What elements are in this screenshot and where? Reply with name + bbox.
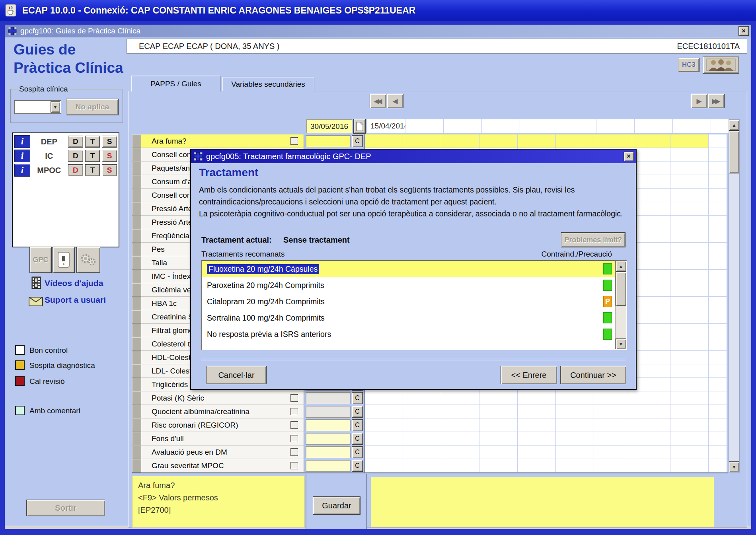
value-field[interactable] (306, 419, 351, 431)
guide-t-button[interactable]: T (85, 164, 100, 176)
new-record-button[interactable] (353, 119, 366, 134)
treatment-row[interactable]: Fluoxetina 20 mg/24h Càpsules (202, 261, 626, 277)
comment-button[interactable]: C (352, 392, 363, 404)
row-checkbox[interactable] (290, 462, 298, 469)
value-field[interactable] (306, 446, 351, 458)
comment-button[interactable]: C (352, 406, 363, 418)
continue-button[interactable]: Continuar >> (560, 366, 626, 384)
row-header-cell[interactable] (132, 459, 141, 473)
info-button[interactable]: i (14, 135, 30, 148)
row-header-cell[interactable] (132, 202, 141, 216)
sortir-button[interactable]: Sortir (26, 500, 105, 516)
no-aplica-button[interactable]: No aplica (66, 99, 119, 115)
guide-t-button[interactable]: T (85, 150, 100, 162)
row-header-cell[interactable] (132, 432, 141, 446)
scroll-down-icon[interactable]: ▼ (616, 339, 626, 349)
value-field[interactable] (306, 135, 351, 147)
row-header-cell[interactable] (132, 446, 141, 459)
chevron-down-icon[interactable]: ▼ (51, 101, 60, 113)
row-checkbox[interactable] (290, 421, 298, 429)
guide-d-button[interactable]: D (68, 164, 83, 176)
dialog-title-bar[interactable]: gpcfg005: Tractament farmacològic GPC- D… (191, 150, 636, 163)
row-label-cell[interactable]: Risc coronari (REGICOR) (141, 418, 304, 432)
scroll-up-icon[interactable]: ▲ (729, 120, 739, 130)
info-button[interactable]: i (14, 150, 30, 162)
row-header-cell[interactable] (132, 229, 141, 243)
row-checkbox[interactable] (290, 394, 298, 402)
row-header-cell[interactable] (132, 134, 141, 148)
row-header-cell[interactable] (132, 324, 141, 337)
value-field[interactable] (306, 392, 351, 404)
value-field[interactable] (306, 406, 351, 418)
window-close-button[interactable]: × (738, 26, 749, 36)
guide-s-button[interactable]: S (102, 150, 117, 162)
problemes-limit-button[interactable]: Problemes límit? (561, 232, 625, 247)
row-checkbox[interactable] (290, 137, 298, 145)
sospita-clinica-select[interactable]: ▼ (14, 100, 61, 114)
guide-d-button[interactable]: D (68, 150, 83, 162)
row-header-cell[interactable] (132, 189, 141, 202)
dialog-close-button[interactable]: × (624, 152, 634, 161)
suport-usuari-link[interactable]: Suport a usuari (45, 295, 106, 305)
row-checkbox[interactable] (290, 448, 298, 456)
guide-t-button[interactable]: T (85, 136, 100, 148)
guide-s-button[interactable]: S (102, 136, 117, 148)
row-header-cell[interactable] (132, 297, 141, 310)
row-header-cell[interactable] (132, 270, 141, 283)
current-date-cell[interactable]: 30/05/2016 (306, 119, 352, 133)
value-field[interactable] (306, 433, 351, 445)
hc3-button[interactable]: HC3 (678, 58, 699, 72)
treatment-row[interactable]: Sertralina 100 mg/24h Comprimits (202, 310, 626, 326)
tab-papps-guies[interactable]: PAPPS / Guies (131, 76, 220, 91)
comment-button[interactable]: C (352, 433, 363, 445)
scroll-down-icon[interactable]: ▼ (729, 461, 739, 472)
comment-button[interactable]: C (352, 460, 363, 472)
row-label-cell[interactable]: Avaluació peus en DM (141, 446, 304, 459)
row-label-cell[interactable]: Ara fuma? (141, 134, 304, 148)
device-button[interactable] (53, 247, 75, 273)
row-header-cell[interactable] (132, 351, 141, 364)
row-checkbox[interactable] (290, 435, 298, 442)
row-label-cell[interactable]: Quocient albúmina/creatinina (141, 405, 304, 418)
scrollbar-thumb[interactable] (616, 272, 626, 306)
row-header-cell[interactable] (132, 243, 141, 256)
row-header-cell[interactable] (132, 378, 141, 391)
row-header-cell[interactable] (132, 175, 141, 189)
comment-button[interactable]: C (352, 135, 363, 147)
row-header-cell[interactable] (132, 256, 141, 270)
row-checkbox[interactable] (290, 408, 298, 415)
treatment-row[interactable]: No resposta prèvia a ISRS anteriors (202, 326, 626, 342)
comment-button[interactable]: C (352, 446, 363, 458)
nav-first-icon[interactable]: ◀◀ (370, 94, 386, 108)
row-header-cell[interactable] (132, 337, 141, 351)
row-header-cell[interactable] (132, 364, 141, 378)
photo-button[interactable] (703, 56, 739, 74)
value-field[interactable] (306, 460, 351, 472)
row-header-cell[interactable] (132, 391, 141, 405)
treatment-row[interactable]: Citalopram 20 mg/24h ComprimitsP (202, 294, 626, 310)
tab-variables-secundaries[interactable]: Variables secundàries (222, 77, 314, 91)
os-title-bar[interactable]: ECAP 10.0.0 - Connexió: CAP CONSTANTI EN… (0, 0, 756, 21)
row-header-cell[interactable] (132, 283, 141, 297)
guide-s-button[interactable]: S (102, 164, 117, 176)
row-header-cell[interactable] (132, 216, 141, 229)
inner-window-title-bar[interactable]: gpcfg100: Guies de Pràctica Clínica × (5, 25, 751, 37)
row-header-cell[interactable] (132, 405, 141, 418)
gears-button[interactable] (76, 247, 100, 273)
scroll-up-icon[interactable]: ▲ (616, 261, 626, 272)
treatment-row[interactable]: Paroxetina 20 mg/24h Comprimits (202, 277, 626, 294)
scrollbar-thumb[interactable] (729, 130, 739, 173)
row-header-cell[interactable] (132, 310, 141, 324)
row-header-cell[interactable] (132, 418, 141, 432)
videos-ajuda-link[interactable]: Vídeos d'ajuda (45, 278, 103, 288)
treatment-list-scrollbar[interactable]: ▲ ▼ (615, 261, 626, 349)
back-button[interactable]: << Enrere (501, 366, 557, 384)
comment-button[interactable]: C (352, 419, 363, 431)
guardar-button[interactable]: Guardar (313, 496, 360, 515)
row-header-cell[interactable] (132, 148, 141, 161)
row-label-cell[interactable]: Grau severitat MPOC (141, 459, 304, 473)
info-button[interactable]: i (14, 164, 30, 177)
guide-d-button[interactable]: D (68, 136, 83, 148)
nav-next-icon[interactable]: ▶ (691, 94, 707, 108)
row-label-cell[interactable]: Fons d'ull (141, 432, 304, 446)
